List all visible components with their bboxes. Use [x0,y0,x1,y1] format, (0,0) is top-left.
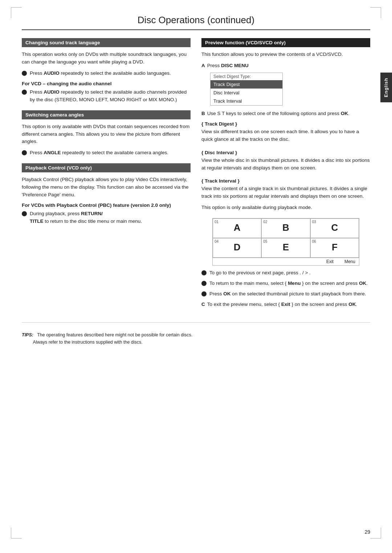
page-title: Disc Operations (continued) [22,15,370,30]
thumb-cell-5: 05 E [261,238,310,258]
tips-line2: Always refer to the instructions supplie… [33,340,143,345]
thumb-cell-6: 06 F [310,238,359,258]
thumb-num-5: 05 [263,239,267,243]
track-interval-block: { Track Interval } View the content of a… [201,178,370,212]
thumbnail-grid: 01 A 02 B 03 C 04 D [212,218,359,266]
tips-footer: TIPS: The operating features described h… [22,331,370,346]
track-interval-brace-open: { [201,178,205,184]
bullet-dot-4 [22,211,27,216]
bullet-dot-6 [201,281,207,286]
digest-menu: Select Digest Type: Track Digest Disc In… [210,73,283,106]
page-number: 29 [364,529,370,535]
pbc-subheader: For VCDs with Playback Control (PBC) fea… [22,202,191,208]
track-digest-header: { Track Digest } [201,121,370,127]
thumb-letter-3: C [313,220,356,235]
ok-bold-thumb: OK [223,291,230,296]
section-playback-body: Playback Control (PBC) playback allows y… [22,176,191,199]
track-interval-body2: This option is only available during pla… [201,204,370,212]
bullet-dot-2 [22,90,27,95]
track-digest-brace-open: { [201,121,205,127]
audio-bold-1: AUDIO [44,70,60,76]
track-digest-body: View six different tracks on one screen … [201,128,370,143]
step-a-row: A Press DISC MENU [201,62,370,70]
thumb-num-3: 03 [312,220,316,224]
prev-next-bullet-text: To go to the previous or next page, pres… [209,269,370,277]
step-b-row: B Use S T keys to select one of the foll… [201,110,370,118]
bullet-dot-3 [22,150,27,155]
digest-menu-label: Select Digest Type: [211,73,282,80]
thumb-letter-6: F [313,240,356,254]
return-bold1: RETURN/ [81,211,103,216]
disc-interval-body: View the whole disc in six thumbnail pic… [201,157,370,172]
footer-divider [22,322,370,323]
thumb-letter-1: A [215,220,259,235]
thumb-letter-2: B [264,220,307,235]
digest-menu-item-3: Track Interval [211,97,282,105]
vcd-audio-subheader: For VCD – changing the audio channel [22,81,191,86]
ok-thumb-bullet: Press OK on the selected thumbnail pictu… [201,290,370,298]
ok-bold-menu: OK [359,280,366,286]
disc-interval-block: { Disc Interval } View the whole disc in… [201,150,370,172]
audio-bullet-1: Press AUDIO repeatedly to select the ava… [22,70,191,77]
track-interval-brace-close: } [236,178,240,184]
thumb-cell-4: 04 D [213,238,261,258]
angle-bold: ANGLE [44,150,61,155]
thumb-footer: Exit Menu [213,258,359,265]
digest-menu-item-1: Track Digest [211,80,282,89]
thumb-footer-exit: Exit [326,259,334,264]
left-column: Changing sound track language This opera… [22,38,191,315]
section-sound-track-header: Changing sound track language [22,38,191,47]
section-playback-header: Playback Control (VCD only) [22,163,191,172]
thumb-cell-3: 03 C [310,218,359,238]
prev-next-bullet: To go to the previous or next page, pres… [201,269,370,277]
track-digest-label: Track Digest [205,121,234,127]
audio-bullet-2-text: Press AUDIO repeatedly to select the ava… [30,89,191,104]
return-bullet-text: During playback, press RETURN/ TITLE to … [30,210,191,225]
main-columns: Changing sound track language This opera… [22,38,370,315]
disc-menu-bold: DISC MENU [221,63,249,68]
bullet-dot-5 [201,270,207,275]
section-preview-header: Preview function (VCD/SVCD only) [201,38,370,47]
right-column: Preview function (VCD/SVCD only) This fu… [201,38,370,315]
exit-bold: Exit [281,302,290,307]
audio-bullet-1-text: Press AUDIO repeatedly to select the ava… [30,70,191,77]
menu-bold: Menu [288,280,301,286]
step-b-label: B [201,110,205,118]
corner-mark-tl [11,7,22,18]
disc-interval-brace-close: } [234,150,237,155]
main-menu-bullet: To return to the main menu, select { Men… [201,280,370,287]
page: English Disc Operations (continued) Chan… [0,0,392,553]
tips-line1: The operating features described here mi… [37,332,192,337]
section-playback-control: Playback Control (VCD only) Playback Con… [22,163,191,225]
step-a-label: A [201,62,205,70]
thumb-cell-1: 01 A [213,218,261,238]
audio-bold-2: AUDIO [44,89,60,95]
section-camera-angles: Switching camera angles This option is o… [22,110,191,157]
section-sound-track-body: This operation works only on DVDs with m… [22,51,191,66]
return-bold2: TITLE [30,218,44,224]
angle-bullet: Press ANGLE repeatedly to select the ava… [22,149,191,157]
section-camera-angles-body: This option is only available with DVDs … [22,123,191,146]
disc-interval-header: { Disc Interval } [201,150,370,155]
track-digest-brace-close: } [234,121,237,127]
thumb-letter-5: E [264,240,307,254]
corner-mark-br [370,528,381,538]
page-title-continued: (continued) [207,15,254,25]
ok-bold-b: OK [341,111,348,116]
section-sound-track: Changing sound track language This opera… [22,38,191,104]
audio-bullet-2: Press AUDIO repeatedly to select the ava… [22,89,191,104]
track-interval-body1: View the content of a single track in si… [201,185,370,200]
bullet-dot-7 [201,291,207,296]
ok-thumb-bullet-text: Press OK on the selected thumbnail pictu… [209,290,370,298]
thumb-num-4: 04 [215,239,219,243]
disc-interval-label: Disc Interval [205,150,234,155]
digest-menu-item-2: Disc Interval [211,89,282,97]
angle-bullet-text: Press ANGLE repeatedly to select the ava… [30,149,191,157]
section-camera-angles-header: Switching camera angles [22,110,191,119]
section-preview: Preview function (VCD/SVCD only) This fu… [201,38,370,308]
track-digest-block: { Track Digest } View six different trac… [201,121,370,143]
disc-interval-brace-open: { [201,150,205,155]
thumb-num-6: 06 [312,239,316,243]
ok-bold-c: OK [348,302,356,307]
thumb-letter-4: D [215,240,259,254]
